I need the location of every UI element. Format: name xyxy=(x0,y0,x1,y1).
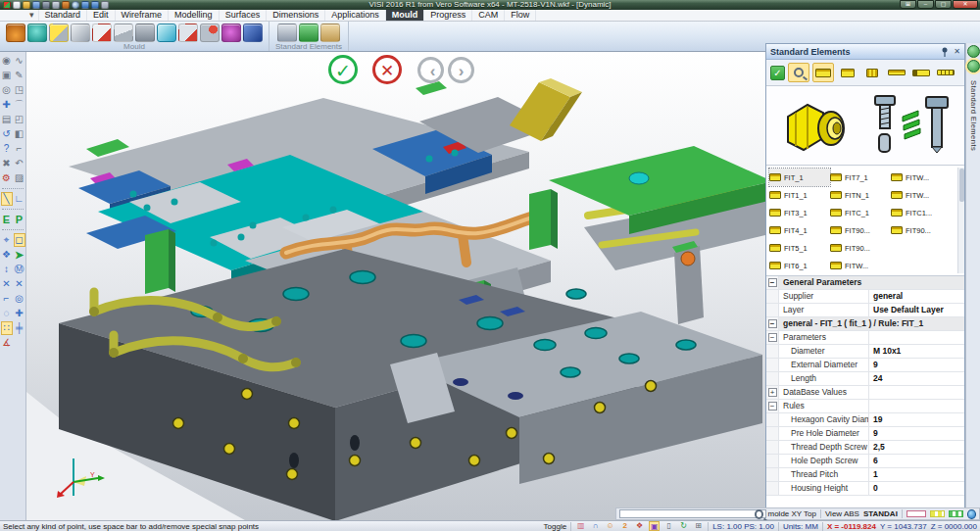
ruler-icon[interactable]: ▯ xyxy=(663,521,674,531)
expand-icon[interactable]: + xyxy=(768,388,777,397)
help-icon[interactable]: ? xyxy=(1,142,13,156)
maximize-button[interactable]: ▢ xyxy=(935,0,952,9)
list-item[interactable]: FIT5_1 xyxy=(769,239,830,257)
globe-icon[interactable] xyxy=(967,509,976,519)
wire-box-icon[interactable] xyxy=(157,24,176,42)
collapse-icon[interactable]: − xyxy=(768,278,777,287)
list-item[interactable]: FITW... xyxy=(830,257,891,274)
snap-cross-icon[interactable]: ✕ xyxy=(1,277,13,291)
snap-circle-icon[interactable]: ◌ xyxy=(1,307,13,320)
snap-vertical-icon[interactable]: ↕ xyxy=(1,263,13,276)
ejector-icon[interactable] xyxy=(178,24,198,42)
confirm-button[interactable]: ✓ xyxy=(328,55,358,84)
fitting-union-button[interactable] xyxy=(837,63,858,82)
snap-pick-icon[interactable]: ➤ xyxy=(14,248,25,262)
save-icon[interactable] xyxy=(42,1,50,9)
snap-corner-icon[interactable]: ⌐ xyxy=(1,292,13,306)
sketch-icon[interactable]: ✎ xyxy=(14,69,25,82)
property-value[interactable]: M 10x1 xyxy=(869,345,964,358)
settings-icon[interactable]: ⚙ xyxy=(1,171,13,185)
viewport-3d[interactable]: Y ✓ ✕ ‹ › xyxy=(26,52,765,520)
plot-icon[interactable] xyxy=(62,1,70,9)
property-row[interactable]: Thread Depth Screw2,5 xyxy=(766,441,964,455)
line-tool-icon[interactable]: ╲ xyxy=(1,192,13,206)
fitting-ribbed-button[interactable] xyxy=(861,63,883,82)
screws-preview-image[interactable] xyxy=(867,93,952,158)
search-icon[interactable] xyxy=(755,509,763,519)
list-item[interactable]: FIT_1 xyxy=(769,169,830,186)
scrollbar-thumb[interactable] xyxy=(959,169,964,202)
line-style-swatch[interactable] xyxy=(930,510,945,517)
snap-center-icon[interactable]: ◎ xyxy=(14,292,25,306)
new-document-icon[interactable] xyxy=(13,1,21,9)
property-value[interactable]: 0 xyxy=(869,482,964,495)
property-row[interactable]: Thread Pitch1 xyxy=(766,468,964,482)
menu-overflow-button[interactable]: ▾ xyxy=(25,10,39,21)
element-tool-icon[interactable]: E xyxy=(1,213,13,226)
section-rule[interactable]: −general - FIT_1 ( fit_1 ) / Rule: FIT_1 xyxy=(766,317,964,331)
list-item[interactable]: FIT3_1 xyxy=(769,204,830,221)
hidden-line-swatch[interactable] xyxy=(949,510,963,517)
subsection-database-values[interactable]: +DataBase Values xyxy=(766,386,964,400)
previous-button[interactable]: ‹ xyxy=(417,57,444,83)
mould-assembly-icon[interactable] xyxy=(243,24,263,42)
snap-cross2-icon[interactable]: ✕ xyxy=(14,277,25,291)
curve-tool-icon[interactable]: ∿ xyxy=(14,54,25,68)
menu-flow[interactable]: Flow xyxy=(505,10,536,21)
section-general-parameters[interactable]: −General Parameters xyxy=(766,276,964,290)
mould-cavity-icon[interactable] xyxy=(27,24,47,42)
list-item[interactable]: FIT1_1 xyxy=(769,186,830,204)
hatch-icon[interactable]: ▨ xyxy=(14,171,25,185)
menu-edit[interactable]: Edit xyxy=(87,10,116,21)
mould-model-svg[interactable]: Y xyxy=(26,52,765,520)
minimize-button[interactable]: – xyxy=(917,0,934,9)
view-abs-label[interactable]: View ABS xyxy=(825,509,859,518)
pen-tool-icon[interactable] xyxy=(71,24,90,42)
snap-origin-icon[interactable]: ⌖ xyxy=(1,233,13,247)
iso-view-icon[interactable]: ▣ xyxy=(649,521,660,531)
undo-icon[interactable] xyxy=(81,1,89,9)
layout-button[interactable]: ⊞ xyxy=(900,0,916,9)
list-item[interactable]: FITC_1 xyxy=(830,204,891,221)
property-row[interactable]: External Diameter9 xyxy=(766,359,964,372)
redo-icon[interactable] xyxy=(91,1,99,9)
bolt-pin-icon[interactable] xyxy=(299,24,318,42)
refresh-icon[interactable]: ↺ xyxy=(1,127,13,141)
property-value[interactable]: 9 xyxy=(869,359,964,371)
property-value[interactable]: 1 xyxy=(869,468,964,481)
property-row[interactable]: Suppliergeneral xyxy=(766,290,964,304)
standard-label[interactable]: STANDAI xyxy=(863,509,898,518)
snap-plus-icon[interactable]: ✚ xyxy=(14,307,25,320)
visi-panel-icon[interactable] xyxy=(967,45,980,58)
property-value[interactable]: 24 xyxy=(869,372,964,385)
menu-surfaces[interactable]: Surfaces xyxy=(220,10,268,21)
collapse-icon[interactable]: − xyxy=(768,319,777,328)
property-row[interactable]: Housing Height0 xyxy=(766,482,964,496)
menu-cam[interactable]: CAM xyxy=(472,10,505,21)
menu-applications[interactable]: Applications xyxy=(325,10,386,21)
undo-list-icon[interactable]: ↶ xyxy=(14,157,25,170)
list-item[interactable]: FITW... xyxy=(891,186,952,204)
magnet-icon[interactable]: ∩ xyxy=(590,521,601,531)
snap-ma-icon[interactable]: Ⓜ xyxy=(14,263,25,276)
list-item[interactable]: FIT90... xyxy=(891,221,952,239)
electrode-icon[interactable] xyxy=(49,24,69,42)
list-item[interactable]: FITN_1 xyxy=(830,186,891,204)
menu-mould[interactable]: Mould xyxy=(386,10,425,21)
arc-tool-icon[interactable]: ⌒ xyxy=(14,98,25,112)
ucs-axes-icon[interactable]: ✚ xyxy=(1,98,13,112)
property-row[interactable]: DiameterM 10x1 xyxy=(766,345,964,359)
property-value[interactable]: Use Default Layer xyxy=(869,304,964,316)
measure-icon[interactable]: ⌐ xyxy=(14,142,25,156)
hand-screw-icon[interactable] xyxy=(320,24,340,42)
snap-angle-icon[interactable]: ∡ xyxy=(1,336,13,350)
apply-checkbox[interactable]: ✓ xyxy=(770,66,785,80)
point-tool-icon[interactable]: P xyxy=(14,213,25,226)
tab-standard-elements[interactable]: Standard Elements xyxy=(969,80,978,151)
list-scrollbar[interactable] xyxy=(957,168,964,273)
property-row[interactable]: Hole Depth Screw6 xyxy=(766,455,964,468)
property-value[interactable]: 9 xyxy=(869,427,964,440)
fitting-straight-button[interactable] xyxy=(812,63,834,82)
snap-points-icon[interactable]: ∷ xyxy=(1,321,13,335)
two-points-icon[interactable]: 2 xyxy=(619,521,630,531)
